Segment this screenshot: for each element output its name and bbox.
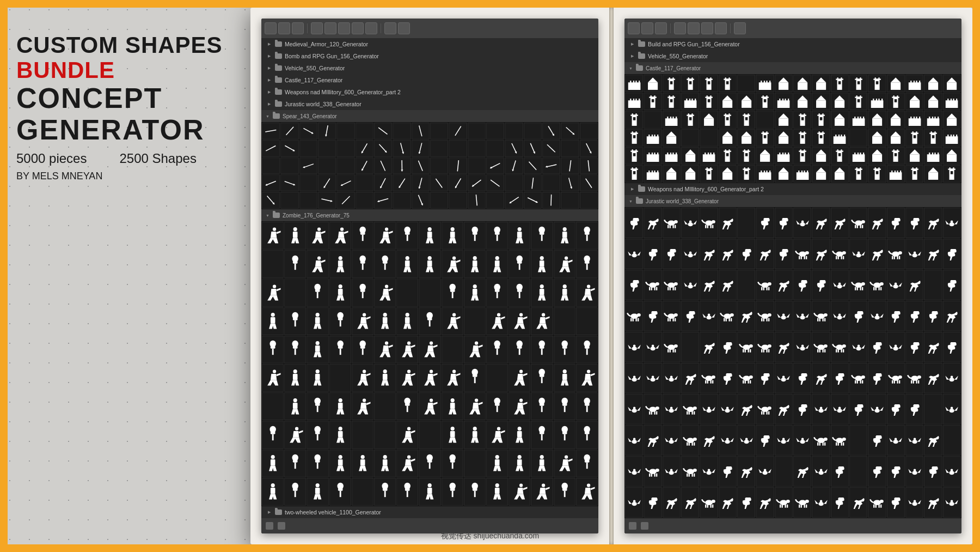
svg-rect-545 [816, 82, 826, 90]
rtb-btn-3[interactable] [655, 22, 667, 34]
tree-item-weapons[interactable]: ▶ Weapons nad MIllitory_600_Generator_pa… [261, 86, 598, 98]
castle-section-header[interactable]: ▼ Castle_117_Generator [624, 62, 961, 74]
svg-marker-324 [381, 380, 389, 386]
svg-rect-188 [317, 292, 318, 298]
rtb-btn-5[interactable] [688, 22, 700, 34]
shape-cell [464, 392, 486, 420]
tb-btn-1[interactable] [265, 22, 277, 34]
svg-rect-238 [383, 317, 388, 323]
tb-btn-10[interactable] [398, 22, 410, 34]
shape-cell [625, 456, 643, 487]
svg-marker-894 [871, 313, 874, 317]
zombie-section-header[interactable]: ▼ Zombie_176_Generator_75 [261, 209, 598, 221]
svg-marker-165 [471, 266, 479, 272]
svg-marker-1170 [908, 500, 912, 504]
rtree-item-weapons[interactable]: ▶ Weapons nad MIllitory_600_Generator_pa… [624, 183, 961, 195]
shape-cell [775, 147, 793, 165]
rtb-btn-1[interactable] [628, 22, 640, 34]
tb-btn-9[interactable] [384, 22, 396, 34]
svg-rect-742 [667, 225, 669, 228]
tb-btn-2[interactable] [278, 22, 290, 34]
tb-btn-7[interactable] [352, 22, 364, 34]
svg-marker-671 [665, 153, 678, 162]
right-app-panel: ▶ Build and RPG Gun_156_Generator ▶ Vehi… [624, 19, 961, 533]
shape-cell [644, 394, 661, 424]
folder-icon [275, 41, 282, 47]
svg-marker-204 [471, 295, 479, 300]
rtb-btn-4[interactable] [674, 22, 686, 34]
shape-cell [868, 301, 886, 331]
tb-btn-4[interactable] [311, 22, 323, 34]
svg-point-454 [407, 456, 411, 459]
svg-marker-1023 [730, 407, 734, 410]
tree-item-vehicle[interactable]: ▶ Vehicle_550_Generator [261, 62, 598, 74]
svg-point-1073 [782, 438, 785, 440]
svg-rect-1084 [836, 442, 837, 446]
svg-rect-444 [317, 463, 318, 469]
svg-point-1101 [633, 469, 635, 471]
rtb-btn-7[interactable] [715, 22, 727, 34]
svg-point-1051 [633, 438, 635, 440]
tree-item-bomb[interactable]: ▶ Bomb and RPG Gun_156_Generator [261, 50, 598, 62]
rtb-btn-2[interactable] [641, 22, 653, 34]
svg-rect-190 [338, 289, 342, 295]
svg-rect-662 [913, 135, 916, 138]
svg-marker-284 [411, 345, 415, 348]
svg-marker-219 [581, 295, 592, 300]
svg-rect-867 [731, 318, 732, 322]
tree-item-jurastic[interactable]: ▶ Jurastic world_338_Generator [261, 98, 598, 110]
svg-point-1061 [693, 438, 696, 441]
shape-cell [509, 336, 530, 363]
shape-cell [663, 425, 681, 456]
shape-cell [442, 364, 463, 392]
shape-cell [737, 165, 755, 183]
shape-cell [924, 456, 942, 487]
svg-marker-286 [427, 345, 433, 351]
rtree-item-build[interactable]: ▶ Build and RPG Gun_156_Generator [624, 38, 961, 50]
svg-marker-629 [891, 113, 901, 118]
shape-cell [775, 332, 793, 362]
shape-cell [374, 222, 396, 250]
tb-btn-3[interactable] [292, 22, 304, 34]
shape-cell [262, 157, 280, 174]
svg-marker-1019 [712, 407, 715, 410]
shape-cell [449, 123, 467, 139]
svg-rect-752 [705, 225, 706, 228]
shape-cell [419, 450, 440, 477]
jurastic-section-header[interactable]: ▼ Jurastic world_338_Generator [624, 195, 961, 207]
tb-btn-5[interactable] [324, 22, 336, 34]
svg-point-510 [519, 484, 523, 487]
rtb-btn-8[interactable] [734, 22, 746, 34]
svg-marker-97 [312, 238, 323, 244]
svg-marker-724 [816, 168, 826, 173]
svg-rect-180 [585, 261, 590, 263]
shape-cell [663, 93, 681, 110]
shape-cell [681, 208, 699, 238]
shape-cell [663, 75, 681, 92]
tree-item-medieval[interactable]: ▶ Medieval_Armor_120_Generator [261, 38, 598, 50]
svg-marker-973 [786, 375, 790, 379]
tree-item-two-wheel[interactable]: ▶ two-wheeled vehicle_1100_Generator [261, 506, 598, 518]
rtb-btn-6[interactable] [701, 22, 713, 34]
shape-cell [561, 140, 579, 157]
shape-cell [374, 478, 396, 506]
svg-point-1001 [633, 407, 635, 409]
rtree-item-vehicle[interactable]: ▶ Vehicle_550_Generator [624, 50, 961, 62]
svg-line-35 [381, 161, 385, 171]
tree-item-castle[interactable]: ▶ Castle_117_Generator [261, 74, 598, 86]
svg-point-347 [562, 370, 566, 374]
tb-btn-8[interactable] [365, 22, 377, 34]
svg-point-125 [518, 228, 522, 232]
svg-marker-650 [799, 131, 806, 134]
shape-cell [793, 301, 811, 331]
svg-rect-851 [638, 318, 639, 322]
svg-point-1163 [820, 500, 823, 502]
svg-marker-945 [898, 344, 902, 348]
shape-cell [849, 111, 867, 128]
tb-btn-6[interactable] [338, 22, 350, 34]
shape-cell [396, 421, 418, 448]
shape-cell [505, 192, 523, 209]
svg-point-779 [689, 251, 691, 254]
shape-cell [775, 239, 793, 269]
spear-section-header[interactable]: ▼ Spear_143_Generator [261, 110, 598, 122]
